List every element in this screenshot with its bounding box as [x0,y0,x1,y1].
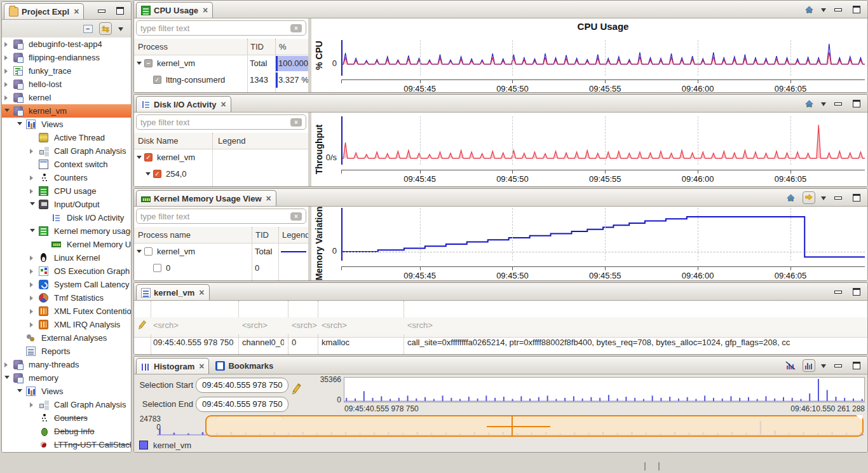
cpu-table-row[interactable]: –kernel_vmTotal100.000 [134,55,308,72]
minimize-button[interactable] [832,97,844,110]
memory-table-row-partial[interactable] [134,277,308,280]
collapse-all-icon[interactable]: − [83,25,93,33]
tree-item-linux-kernel[interactable]: Linux Kernel [2,251,131,264]
tree-item-os-execution-graph[interactable]: OS Execution Graph [2,264,131,278]
minimize-button[interactable] [832,191,844,204]
col-legend[interactable]: Legend [218,136,245,146]
col-process-name[interactable]: Process name [138,230,191,240]
tree-item-hello-lost[interactable]: hello-lost [2,78,131,91]
expanded-arrow-icon[interactable] [4,376,10,381]
disk-table-row[interactable]: ✓kernel_vm [134,149,308,166]
tree-item-disk-i-o-activity[interactable]: Disk I/O Activity [2,211,131,224]
close-icon[interactable]: × [199,289,204,296]
view-menu-icon[interactable] [821,196,826,203]
search-cell[interactable]: <srch> [292,320,317,330]
view-menu-icon[interactable] [118,27,123,34]
tab-kernel-memory[interactable]: Kernel Memory Usage View × [136,190,276,206]
hide-lost-events-icon[interactable] [784,359,797,372]
tab-bookmarks[interactable]: Bookmarks [211,358,278,374]
checkbox[interactable]: ✓ [153,170,161,178]
tree-item-active-thread[interactable]: Active Thread [2,131,131,144]
collapsed-arrow-icon[interactable] [30,269,36,274]
expanded-arrow-icon[interactable] [17,389,22,395]
collapsed-arrow-icon[interactable] [4,42,10,47]
disk-chart[interactable]: Throughput 0/s 09:45:4509:45:5009:45:550… [311,113,867,186]
disk-filter-input[interactable]: type filter text × [136,114,306,130]
col-disk-name[interactable]: Disk Name [138,136,179,146]
maximize-button[interactable] [850,3,863,16]
collapsed-arrow-icon[interactable] [30,402,36,408]
tree-item-views[interactable]: Views [2,385,131,398]
color-events-icon[interactable] [803,359,815,372]
cpu-table-row-partial[interactable]: ✓ [134,88,308,92]
disk-table-row[interactable]: ✓254,0 [134,166,308,182]
events-table[interactable]: Timestamp Channel CPU Event type Content… [134,301,867,354]
collapsed-arrow-icon[interactable] [30,282,36,287]
minimize-button[interactable] [832,359,844,372]
tree-item-kernel[interactable]: kernel [2,91,131,104]
memory-table-row[interactable]: 00 [134,260,308,277]
collapsed-arrow-icon[interactable] [30,189,36,194]
expanded-arrow-icon[interactable] [137,62,142,67]
tree-item-call-graph-analysis[interactable]: Call Graph Analysis [2,398,131,411]
memory-filter-input[interactable]: type filter text × [136,209,306,224]
tree-item-external-analyses[interactable]: External Analyses [2,331,131,345]
tab-histogram[interactable]: Histogram × [136,358,209,374]
tree-item-tmf-statistics[interactable]: Tmf Statistics [2,291,131,305]
collapsed-arrow-icon[interactable] [4,69,10,74]
home-icon[interactable] [784,191,797,204]
cpu-filter-input[interactable]: type filter text × [136,20,306,36]
tree-item-xml-irq-analysis[interactable]: XML IRQ Analysis [2,318,131,331]
collapsed-arrow-icon[interactable] [30,256,36,261]
collapsed-arrow-icon[interactable] [30,296,36,301]
tree-item-counters[interactable]: Counters [2,411,131,425]
collapsed-arrow-icon[interactable] [4,362,10,367]
clear-filter-icon[interactable]: × [290,24,302,32]
collapsed-arrow-icon[interactable] [4,82,10,87]
tree-item-reports[interactable]: Reports [2,345,131,358]
collapsed-arrow-icon[interactable] [30,149,36,154]
tree-item-kernel-vm[interactable]: kernel_vm [2,104,131,118]
maximize-button[interactable] [850,285,863,298]
checkbox[interactable]: ✓ [144,153,153,161]
memory-table-row[interactable]: kernel_vmTotal [134,243,308,260]
events-table-row-partial[interactable]: 09:45:40.555 978 750channel0_00kmallocca… [134,352,867,354]
close-icon[interactable]: × [199,362,204,370]
minimize-button[interactable] [832,285,844,298]
selection-end-input[interactable]: 09:45:40.555 978 750 [196,397,288,412]
close-icon[interactable]: × [74,8,79,15]
col-legend[interactable]: Legend [282,230,308,240]
close-icon[interactable]: × [221,100,226,108]
clear-filter-icon[interactable]: × [290,212,302,221]
col-process[interactable]: Process [138,42,168,51]
tab-cpu-usage[interactable]: CPU Usage × [136,2,213,18]
tree-item-xml-futex-contention[interactable]: XML Futex Contention [2,305,131,318]
checkbox[interactable] [144,247,153,256]
tree-item-flipping-endianness[interactable]: flipping-endianness [2,51,131,64]
tree-item-debug-info[interactable]: Debug Info [2,425,131,438]
expanded-arrow-icon[interactable] [30,229,35,235]
tab-events-kernel-vm[interactable]: kernel_vm × [136,284,210,300]
home-icon[interactable] [803,97,815,110]
tree-item-kernel-memory-usage[interactable]: Kernel Memory Usage [2,238,131,251]
events-table-row[interactable]: 09:45:40.555 978 750channel0_00kmallocca… [134,334,867,352]
tree-item-kernel-memory-usage[interactable]: Kernel memory usage [2,224,131,238]
maximize-button[interactable] [114,4,126,17]
expanded-arrow-icon[interactable] [17,122,22,128]
tree-item-system-call-latency[interactable]: System Call Latency [2,278,131,291]
tree-item-cpu-usage[interactable]: CPU usage [2,184,131,198]
maximize-button[interactable] [850,97,863,110]
tree-item-input-output[interactable]: Input/Output [2,198,131,211]
minimize-button[interactable] [832,3,844,16]
tree-item-counters[interactable]: Counters [2,171,131,184]
search-cell[interactable]: <srch> [153,320,179,330]
align-views-icon[interactable] [803,191,815,204]
view-menu-icon[interactable] [821,364,826,371]
checkbox[interactable] [153,264,161,272]
collapsed-arrow-icon[interactable] [30,175,36,181]
tree-item-call-graph-analysis[interactable]: Call Graph Analysis [2,144,131,158]
search-cell[interactable]: <srch> [322,320,347,330]
cpu-table-row[interactable]: ✓lttng-consumerd13433.327 % [134,72,308,88]
col-tid[interactable]: TID [255,230,269,240]
disk-table-header[interactable]: Disk Name Legend [134,133,308,149]
